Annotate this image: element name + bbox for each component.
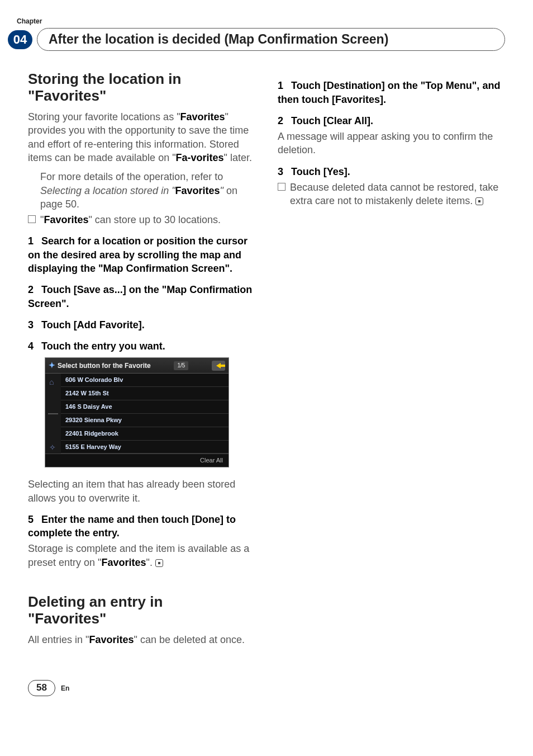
- clear-all-button[interactable]: Clear All: [45, 453, 229, 467]
- text: All entries in ": [28, 634, 89, 645]
- after-screenshot-text: Selecting an item that has already been …: [28, 478, 255, 505]
- step-text: Touch [Destination] on the "Top Menu", a…: [278, 80, 500, 105]
- section-end-icon: [155, 559, 163, 567]
- checkbox-bullet: "Favorites" can store up to 30 locations…: [28, 213, 255, 226]
- step-text: Touch [Add Favorite].: [41, 319, 145, 330]
- r-step-2-followup: A message will appear asking you to conf…: [278, 130, 505, 157]
- r-step-3-bullets: Because deleted data cannot be restored,…: [278, 181, 505, 208]
- home-icon[interactable]: ⌂: [49, 377, 57, 385]
- section-end-icon: [475, 197, 483, 205]
- bullet-list: For more details of the operation, refer…: [28, 170, 255, 226]
- favorites-list: 606 W Colorado Blv 2142 W 15th St 146 S …: [61, 374, 229, 453]
- step-text: Touch the entry you want.: [41, 341, 165, 352]
- r-step-2: 2Touch [Clear All].: [278, 114, 505, 127]
- step-number: 3: [278, 165, 283, 178]
- step-number: 1: [278, 79, 283, 92]
- chapter-number-badge: 04: [8, 30, 32, 49]
- favorites-title: Select button for the Favorite: [58, 361, 151, 370]
- back-button[interactable]: [212, 361, 225, 371]
- heading-line1: Storing the location in: [28, 70, 181, 87]
- list-item[interactable]: 606 W Colorado Blv: [61, 374, 229, 387]
- step-number: 5: [28, 513, 34, 526]
- right-column: 1Touch [Destination] on the "Top Menu", …: [278, 71, 505, 652]
- list-item[interactable]: 5155 E Harvey Way: [61, 441, 229, 454]
- text-italic: ": [220, 185, 226, 196]
- page-footer: 58 En: [28, 680, 505, 696]
- favorites-panel: ✦ Select button for the Favorite 1/5 ⌂ ✧…: [45, 357, 229, 467]
- step-5: 5Enter the name and then touch [Done] to…: [28, 513, 255, 540]
- text: For more details of the operation, refer…: [40, 171, 223, 182]
- page-header: 04 After the location is decided (Map Co…: [28, 28, 505, 51]
- delete-intro: All entries in "Favorites" can be delete…: [28, 633, 255, 646]
- text: Because deleted data cannot be restored,…: [290, 182, 498, 206]
- separator: [48, 413, 58, 414]
- text: " can store up to 30 locations.: [88, 214, 221, 225]
- step-number: 2: [28, 283, 34, 296]
- list-item[interactable]: 22401 Ridgebrook: [61, 427, 229, 441]
- step-number: 3: [28, 318, 34, 332]
- heading-line2: "Favorites": [28, 610, 106, 627]
- language-label: En: [61, 684, 69, 693]
- text: Storing your favorite locations as ": [28, 111, 180, 122]
- r-step-3: 3Touch [Yes].: [278, 165, 505, 178]
- favorites-title-group: ✦ Select button for the Favorite: [49, 360, 151, 371]
- step-text: Touch [Yes].: [291, 166, 350, 177]
- text-bold: Favorites: [89, 634, 134, 645]
- poi-icon[interactable]: ✧: [49, 442, 57, 450]
- text-bold: Fa-vorites: [176, 152, 224, 163]
- step-3: 3Touch [Add Favorite].: [28, 318, 255, 332]
- text-bold: Favorites: [44, 214, 88, 225]
- step-text: Enter the name and then touch [Done] to …: [28, 514, 236, 538]
- text: " can be deleted at once.: [134, 634, 245, 645]
- pointer-bullet: For more details of the operation, refer…: [28, 170, 255, 211]
- r-step-1: 1Touch [Destination] on the "Top Menu", …: [278, 79, 505, 106]
- step-2: 2Touch [Save as...] on the "Map Confirma…: [28, 283, 255, 310]
- page-number: 58: [28, 680, 55, 696]
- left-column: Storing the location in "Favorites" Stor…: [28, 71, 255, 652]
- step-text: Touch [Clear All].: [291, 115, 373, 126]
- text-italic: Selecting a location stored in ": [40, 185, 175, 196]
- favorites-header: ✦ Select button for the Favorite 1/5: [45, 358, 229, 374]
- page-title: After the location is decided (Map Confi…: [37, 28, 505, 51]
- step-text: Touch [Save as...] on the "Map Confirmat…: [28, 284, 252, 309]
- section-heading-storing: Storing the location in "Favorites": [28, 71, 255, 105]
- list-item[interactable]: 29320 Sienna Pkwy: [61, 414, 229, 427]
- text: ".: [146, 557, 153, 568]
- checkbox-bullet: Because deleted data cannot be restored,…: [278, 181, 505, 208]
- step-text: Search for a location or position the cu…: [28, 235, 248, 274]
- step-number: 1: [28, 234, 34, 248]
- list-item[interactable]: 146 S Daisy Ave: [61, 400, 229, 414]
- section-heading-deleting: Deleting an entry in "Favorites": [28, 594, 255, 627]
- favorites-body: ⌂ ✧ 606 W Colorado Blv 2142 W 15th St 14…: [45, 374, 229, 453]
- text-bold: Favorites: [101, 557, 146, 568]
- favorites-screenshot: ✦ Select button for the Favorite 1/5 ⌂ ✧…: [28, 357, 255, 467]
- step-number: 4: [28, 339, 34, 353]
- text-bold: Favorites: [180, 111, 225, 122]
- back-arrow-icon: [216, 363, 221, 368]
- heading-line1: Deleting an entry in: [28, 593, 163, 610]
- step-5-followup: Storage is complete and the item is avai…: [28, 542, 255, 569]
- text-bold: Favorites: [175, 185, 220, 196]
- step-1: 1Search for a location or position the c…: [28, 234, 255, 275]
- favorites-side: ⌂ ✧: [45, 374, 61, 453]
- step-number: 2: [278, 114, 283, 127]
- text: " later.: [224, 152, 252, 163]
- heading-line2: "Favorites": [28, 87, 106, 104]
- intro-paragraph: Storing your favorite locations as "Favo…: [28, 110, 255, 164]
- page-indicator: 1/5: [174, 361, 188, 370]
- step-4: 4Touch the entry you want.: [28, 339, 255, 353]
- star-icon: ✦: [49, 360, 55, 371]
- chapter-label: Chapter: [17, 17, 505, 26]
- list-item[interactable]: 2142 W 15th St: [61, 387, 229, 400]
